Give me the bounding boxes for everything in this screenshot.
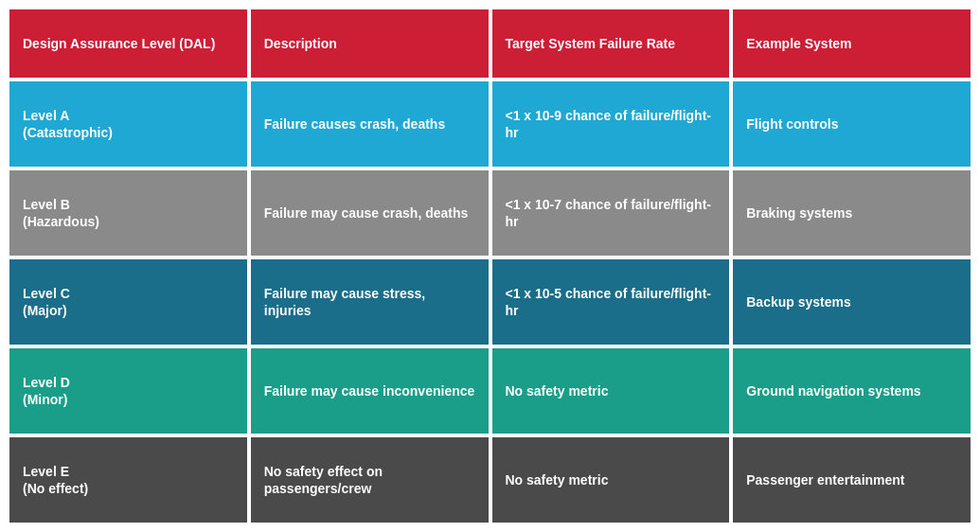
level-c-rate: <1 x 10-5 chance of failure/flight-hr	[492, 259, 730, 345]
level-b-example: Braking systems	[733, 170, 971, 256]
header-dal: Design Assurance Level (DAL)	[9, 9, 247, 78]
level-a-dal: Level A (Catastrophic)	[9, 81, 247, 167]
level-a-rate: <1 x 10-9 chance of failure/flight-hr	[492, 81, 730, 167]
level-d-example: Ground navigation systems	[733, 348, 971, 434]
level-b-description: Failure may cause crash, deaths	[251, 170, 489, 256]
level-e-example: Passenger entertainment	[733, 437, 971, 523]
level-e-description: No safety effect on passengers/crew	[251, 437, 489, 523]
level-d-description: Failure may cause inconvenience	[251, 348, 489, 434]
level-c-example: Backup systems	[733, 259, 971, 345]
dal-table: Design Assurance Level (DAL) Description…	[0, 0, 980, 532]
level-d-rate: No safety metric	[492, 348, 730, 434]
level-c-dal: Level C (Major)	[9, 259, 247, 345]
header-failure-rate: Target System Failure Rate	[492, 9, 730, 78]
level-b-dal: Level B (Hazardous)	[9, 170, 247, 256]
level-c-description: Failure may cause stress, injuries	[251, 259, 489, 345]
header-description: Description	[251, 9, 489, 78]
level-b-rate: <1 x 10-7 chance of failure/flight-hr	[492, 170, 730, 256]
level-a-example: Flight controls	[733, 81, 971, 167]
header-example: Example System	[733, 9, 971, 78]
level-a-description: Failure causes crash, deaths	[251, 81, 489, 167]
level-e-dal: Level E (No effect)	[9, 437, 247, 523]
level-e-rate: No safety metric	[492, 437, 730, 523]
level-d-dal: Level D (Minor)	[9, 348, 247, 434]
